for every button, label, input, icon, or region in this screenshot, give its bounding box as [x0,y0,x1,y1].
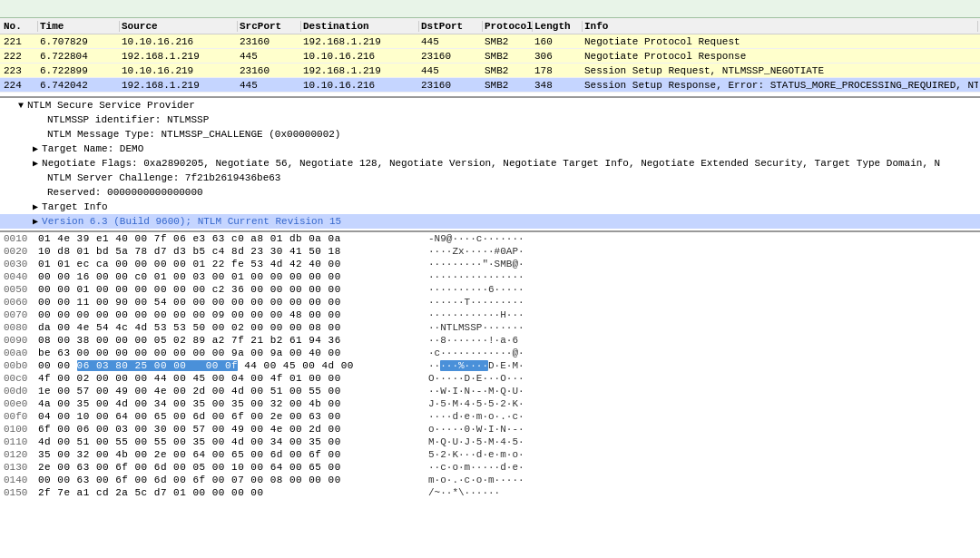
packet-row[interactable]: 222 6.722804 192.168.1.219 445 10.10.16.… [0,49,980,64]
hex-offset: 0140 [4,475,38,485]
cell-len: 178 [533,65,583,76]
packet-list-header: No. Time Source SrcPort Destination DstP… [0,18,980,34]
col-header-dest: Destination [301,21,419,32]
cell-dest: 10.10.16.216 [301,51,419,62]
hex-ascii: ··NTLMSSP······· [428,322,976,333]
hex-row: 0090 08 00 38 00 00 00 05 02 89 a2 7f 21… [0,334,980,347]
hex-row: 00b0 00 00 06 03 80 25 00 00 00 0f 44 00… [0,359,980,372]
detail-line[interactable]: ▶Target Name: DEMO [0,142,980,156]
hex-row: 0120 35 00 32 00 4b 00 2e 00 64 00 65 00… [0,448,980,461]
hex-bytes: 08 00 38 00 00 00 05 02 89 a2 7f 21 b2 6… [38,335,428,346]
cell-source: 10.10.16.219 [120,65,238,76]
col-header-info: Info [583,21,978,32]
detail-text: NTLMSSP identifier: NTLMSSP [47,114,209,125]
hex-ascii: ··W·I·N·-·M·Q·U· [428,386,976,396]
col-header-no: No. [2,21,38,32]
hex-bytes: 4a 00 35 00 4d 00 34 00 35 00 35 00 32 0… [38,398,428,409]
hex-bytes: 00 00 63 00 6f 00 6d 00 6f 00 07 00 08 0… [38,475,428,485]
hex-offset: 0080 [4,322,38,333]
hex-ascii: ············H··· [428,309,976,320]
cell-dstport: 445 [419,36,483,47]
cell-info: Session Setup Response, Error: STATUS_MO… [583,80,978,91]
col-header-dstport: DstPort [419,21,483,32]
cell-no: 224 [2,80,38,91]
cell-no: 223 [2,65,38,76]
hex-bytes: 00 00 06 03 80 25 00 00 00 0f 44 00 45 0… [38,360,428,371]
col-header-srcport: SrcPort [238,21,301,32]
hex-ascii: ·c············@· [428,348,976,358]
detail-panel: ▼NTLM Secure Service Provider NTLMSSP id… [0,96,980,230]
hex-panel: 0010 01 4e 39 e1 40 00 7f 06 e3 63 c0 a8… [0,230,980,558]
hex-ascii: ·····%····D·E·M· [428,360,976,371]
cell-time: 6.722804 [38,51,120,62]
hex-ascii: m·o·.·c·o·m····· [428,475,976,485]
hex-bytes: 01 4e 39 e1 40 00 7f 06 e3 63 c0 a8 01 d… [38,233,428,244]
detail-line[interactable]: ▶Target Info [0,200,980,214]
hex-row: 0030 01 01 ec ca 00 00 00 00 01 22 fe 53… [0,258,980,270]
hex-ascii: ··c·o·m·····d·e· [428,462,976,473]
no-arrow [33,115,44,125]
hex-offset: 00c0 [4,373,38,384]
hex-offset: 0030 [4,259,38,269]
detail-line[interactable]: ▶Version 6.3 (Build 9600); NTLM Current … [0,214,980,229]
cell-srcport: 23160 [238,36,301,47]
cell-dstport: 23160 [419,51,483,62]
collapse-arrow-icon: ▶ [33,143,38,154]
cell-source: 192.168.1.219 [120,51,238,62]
hex-offset: 0110 [4,436,38,447]
filter-bar[interactable] [0,0,980,18]
detail-line[interactable]: ▼NTLM Secure Service Provider [0,98,980,113]
cell-len: 348 [533,80,583,91]
hex-highlight: 06 03 80 25 00 00 00 0f [77,360,239,371]
hex-row: 0130 2e 00 63 00 6f 00 6d 00 05 00 10 00… [0,461,980,474]
cell-proto: SMB2 [483,51,533,62]
cell-dest: 10.10.16.216 [301,80,419,91]
hex-offset: 0050 [4,284,38,295]
col-header-len: Length [533,21,583,32]
hex-bytes: 00 00 01 00 00 00 00 00 00 c2 36 00 00 0… [38,284,428,295]
hex-row: 00c0 4f 00 02 00 00 00 44 00 45 00 04 00… [0,372,980,385]
cell-time: 6.742042 [38,80,120,91]
hex-row: 0100 6f 00 06 00 03 00 30 00 57 00 49 00… [0,423,980,436]
detail-text: Negotiate Flags: 0xa2890205, Negotiate 5… [42,158,940,169]
cell-info: Session Setup Request, NTLMSSP_NEGOTIATE [583,65,978,76]
hex-offset: 0120 [4,449,38,460]
detail-line[interactable]: ▶Negotiate Flags: 0xa2890205, Negotiate … [0,156,980,171]
detail-line: NTLMSSP identifier: NTLMSSP [0,113,980,127]
hex-bytes: 00 00 16 00 00 c0 01 00 03 00 01 00 00 0… [38,271,428,282]
detail-text: Target Info [42,201,108,212]
detail-text: Target Name: DEMO [42,143,143,154]
cell-time: 6.722899 [38,65,120,76]
cell-info: Negotiate Protocol Request [583,36,978,47]
hex-row: 00e0 4a 00 35 00 4d 00 34 00 35 00 35 00… [0,397,980,410]
collapse-arrow-icon: ▶ [33,158,38,169]
hex-ascii: M·Q·U·J·5·M·4·5· [428,436,976,447]
hex-row: 00a0 be 63 00 00 00 00 00 00 00 00 9a 00… [0,347,980,359]
hex-offset: 00a0 [4,348,38,358]
hex-bytes: 4d 00 51 00 55 00 55 00 35 00 4d 00 34 0… [38,436,428,447]
packet-list: 221 6.707829 10.10.16.216 23160 192.168.… [0,34,980,96]
hex-offset: 0100 [4,424,38,435]
no-arrow [33,188,44,198]
hex-bytes: 1e 00 57 00 49 00 4e 00 2d 00 4d 00 51 0… [38,386,428,396]
hex-row: 0040 00 00 16 00 00 c0 01 00 03 00 01 00… [0,270,980,283]
hex-ascii: ····d·e·m·o·.·c· [428,411,976,422]
hex-offset: 0090 [4,335,38,346]
hex-row: 0080 da 00 4e 54 4c 4d 53 53 50 00 02 00… [0,321,980,334]
no-arrow [33,130,44,140]
cell-dstport: 445 [419,65,483,76]
ascii-highlight: ···%···· [440,360,488,371]
detail-line: NTLM Message Type: NTLMSSP_CHALLENGE (0x… [0,127,980,142]
cell-len: 160 [533,36,583,47]
packet-row[interactable]: 221 6.707829 10.10.16.216 23160 192.168.… [0,34,980,49]
hex-bytes: 35 00 32 00 4b 00 2e 00 64 00 65 00 6d 0… [38,449,428,460]
hex-ascii: 5·2·K···d·e·m·o· [428,449,976,460]
hex-ascii: /~··*\······ [428,487,976,498]
collapse-arrow-icon: ▶ [33,201,38,212]
cell-proto: SMB2 [483,80,533,91]
hex-ascii: O·····D·E···O··· [428,373,976,384]
cell-source: 192.168.1.219 [120,80,238,91]
hex-bytes: 00 00 11 00 90 00 54 00 00 00 00 00 00 0… [38,297,428,308]
packet-row[interactable]: 223 6.722899 10.10.16.219 23160 192.168.… [0,64,980,78]
packet-row[interactable]: 224 6.742042 192.168.1.219 445 10.10.16.… [0,78,980,93]
